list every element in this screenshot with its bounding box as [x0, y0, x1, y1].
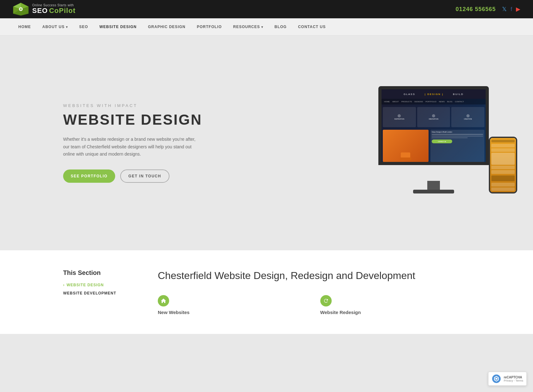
svg-point-6: [20, 8, 22, 10]
screen-nav-item: HOME: [384, 101, 390, 103]
twitter-icon[interactable]: 𝕏: [502, 6, 507, 13]
screen-nav-item: DESIGNS: [414, 101, 423, 103]
nav-bar: HOME ABOUT US▾ SEO WEBSITE DESIGN GRAPHI…: [0, 18, 533, 36]
logo-text: Online Success Starts with SEO CoPilot: [32, 3, 75, 15]
card-title-new-websites: New Websites: [158, 310, 308, 315]
nav-portfolio[interactable]: PORTFOLIO: [191, 18, 228, 36]
monitor-mockup: GLASS | DESIGN | BUILD HOME ABOUT PRODUC…: [378, 86, 514, 200]
monitor-base: [413, 190, 454, 193]
screen-lower-right: Glass Design & Build London CONTACT US: [430, 130, 484, 162]
screen-nav-item: ABOUT: [392, 101, 399, 103]
hero-section: WEBSITES WITH IMPACT WEBSITE DESIGN Whet…: [0, 36, 533, 250]
refresh-icon: [320, 295, 332, 306]
hero-subtitle: WEBSITES WITH IMPACT: [63, 103, 202, 108]
facebook-icon[interactable]: f: [511, 6, 512, 13]
nav-resources[interactable]: RESOURCES▾: [228, 18, 269, 36]
screen-brand-right: BUILD: [453, 93, 464, 96]
screen-nav-item: PORTFOLIO: [425, 101, 436, 103]
lower-section: This Section › WEBSITE DESIGN WEBSITE DE…: [0, 250, 533, 334]
logo-icon: [13, 2, 29, 16]
lower-main-title: Chesterfield Website Design, Redesign an…: [158, 269, 470, 282]
see-portfolio-button[interactable]: SEE PORTFOLIO: [63, 169, 115, 183]
chevron-down-icon: ▾: [66, 25, 68, 29]
hero-content: WEBSITES WITH IMPACT WEBSITE DESIGN Whet…: [63, 103, 202, 183]
hero-image: GLASS | DESIGN | BUILD HOME ABOUT PRODUC…: [378, 86, 514, 200]
monitor-stand: [427, 181, 440, 190]
screen-card-creation: CREATION: [451, 107, 484, 127]
screen-nav-item: PRODUCTS: [401, 101, 412, 103]
nav-seo[interactable]: SEO: [74, 18, 94, 36]
top-bar: Online Success Starts with SEO CoPilot 0…: [0, 0, 533, 18]
hero-title: WEBSITE DESIGN: [63, 111, 202, 128]
sidebar-link-website-dev[interactable]: WEBSITE DEVELOPMENT: [63, 291, 139, 295]
social-icons: 𝕏 f ▶: [502, 6, 520, 13]
chevron-right-icon: ›: [63, 283, 65, 287]
lower-main: Chesterfield Website Design, Redesign an…: [158, 269, 470, 315]
youtube-icon[interactable]: ▶: [516, 6, 520, 13]
screen-card-inspiration: INSPIRATION: [383, 107, 416, 127]
lower-cards: New Websites Website Redesign: [158, 295, 470, 315]
nav-about[interactable]: ABOUT US▾: [37, 18, 74, 36]
screen-brand-mid: | DESIGN |: [425, 93, 444, 96]
logo-seo: SEO: [32, 7, 48, 15]
nav-home[interactable]: HOME: [13, 18, 37, 36]
screen-brand-left: GLASS: [404, 93, 415, 96]
lower-card-redesign: Website Redesign: [320, 295, 470, 315]
house-icon: [158, 295, 169, 306]
monitor-screen: GLASS | DESIGN | BUILD HOME ABOUT PRODUC…: [378, 86, 489, 165]
sidebar-link-website-design[interactable]: › WEBSITE DESIGN: [63, 283, 139, 287]
nav-blog[interactable]: BLOG: [269, 18, 293, 36]
screen-nav-item: NEWS: [439, 101, 445, 103]
get-in-touch-button[interactable]: GET IN TOUCH: [120, 169, 169, 183]
lower-sidebar: This Section › WEBSITE DESIGN WEBSITE DE…: [63, 269, 139, 315]
nav-graphic-design[interactable]: GRAPHIC DESIGN: [142, 18, 191, 36]
screen-lower-left: [383, 130, 429, 162]
lower-card-new-websites: New Websites: [158, 295, 308, 315]
screen-nav-item: CONTACT: [455, 101, 464, 103]
card-title-redesign: Website Redesign: [320, 310, 470, 315]
top-right: 01246 556565 𝕏 f ▶: [456, 6, 520, 13]
logo[interactable]: Online Success Starts with SEO CoPilot: [13, 2, 75, 16]
hero-description: Whether it's a website redesign or a bra…: [63, 136, 196, 158]
phone-number[interactable]: 01246 556565: [456, 6, 496, 13]
hero-buttons: SEE PORTFOLIO GET IN TOUCH: [63, 169, 202, 183]
screen-card-innovation: INNOVATION: [417, 107, 450, 127]
screen-nav-item: BLOG: [447, 101, 453, 103]
chevron-down-icon: ▾: [261, 25, 263, 29]
sidebar-section-title: This Section: [63, 269, 139, 276]
nav-contact[interactable]: CONTACT US: [292, 18, 331, 36]
logo-copilot: CoPilot: [49, 7, 75, 15]
nav-website-design[interactable]: WEBSITE DESIGN: [94, 18, 142, 36]
phone-mockup: [489, 137, 517, 193]
